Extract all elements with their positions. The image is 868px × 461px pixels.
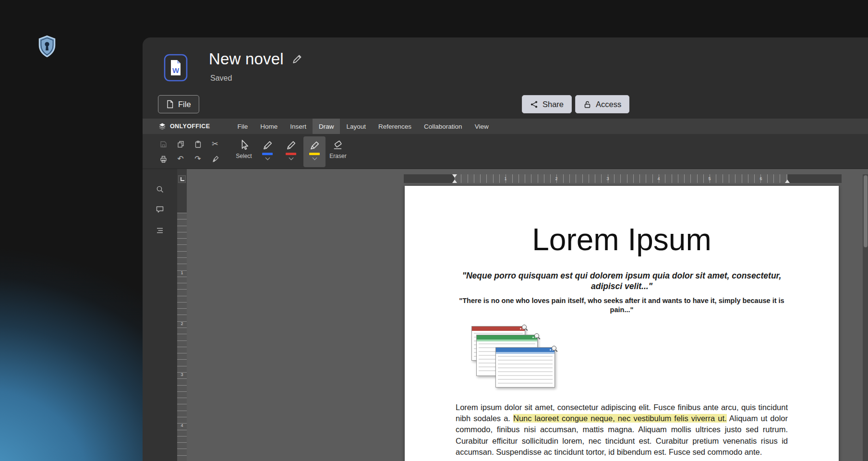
left-tab-glyph-icon: [181, 177, 184, 181]
left-indent-marker[interactable]: [452, 180, 457, 183]
first-line-indent-marker[interactable]: [452, 174, 457, 178]
vruler-number: 2: [177, 321, 187, 326]
paste-icon[interactable]: [190, 137, 206, 151]
pen-icon: [262, 139, 273, 151]
redo-icon[interactable]: ↷: [190, 152, 206, 166]
hruler-number: 1: [504, 176, 506, 181]
draw-tools-group: Select: [233, 136, 349, 167]
search-icon[interactable]: [153, 182, 167, 196]
save-status: Saved: [210, 74, 232, 83]
share-button[interactable]: Share: [522, 95, 572, 113]
scrollbar-thumb[interactable]: [864, 175, 868, 247]
tab-stop-selector[interactable]: [178, 175, 186, 183]
unlock-icon: [583, 100, 591, 109]
tab-home[interactable]: Home: [254, 119, 284, 134]
vruler-number: 4: [177, 423, 187, 428]
copy-icon[interactable]: [172, 137, 189, 151]
tab-layout[interactable]: Layout: [340, 119, 372, 134]
document-image[interactable]: [468, 326, 556, 388]
highlighted-text: Nunc laoreet congue neque, nec vestibulu…: [513, 414, 727, 423]
tab-insert[interactable]: Insert: [284, 119, 313, 134]
onlyoffice-brand: ONLYOFFICE: [158, 119, 210, 134]
desktop: W New novel Saved File: [0, 0, 868, 461]
horizontal-ruler: 1 2 3 4 5 6: [404, 174, 842, 183]
select-label: Select: [236, 153, 252, 159]
eraser-label: Eraser: [329, 153, 346, 159]
right-indent-marker[interactable]: [785, 180, 790, 183]
doc-heading: Lorem Ipsum: [456, 222, 788, 258]
brand-label: ONLYOFFICE: [170, 123, 210, 130]
ribbon-tabs: File Home Insert Draw Layout References …: [231, 119, 494, 134]
magnifier-icon: [552, 346, 556, 351]
select-tool[interactable]: Select: [233, 136, 255, 167]
hruler-number: 3: [606, 176, 609, 181]
mini-window-blue: [495, 347, 555, 388]
pen-icon: [285, 139, 297, 151]
editor-window: W New novel Saved File: [143, 37, 868, 461]
tab-file[interactable]: File: [231, 119, 254, 134]
doc-quote-italic: "Neque porro quisquam est qui dolorem ip…: [456, 270, 788, 291]
magnifier-icon: [534, 333, 539, 338]
access-button[interactable]: Access: [575, 95, 629, 113]
file-button[interactable]: File: [158, 95, 199, 113]
svg-text:W: W: [172, 66, 180, 74]
pen-blue-tool[interactable]: [256, 136, 278, 167]
cut-icon[interactable]: ✂: [207, 137, 223, 151]
highlighter-icon: [309, 139, 320, 151]
document-page[interactable]: Lorem Ipsum "Neque porro quisquam est qu…: [405, 186, 839, 461]
doc-quote-bold: "There is no one who loves pain itself, …: [456, 296, 788, 315]
comments-icon[interactable]: [153, 203, 167, 216]
rename-pencil-icon[interactable]: [291, 53, 303, 65]
onlyoffice-logo-icon: [158, 122, 166, 130]
navigation-headings-icon[interactable]: [153, 224, 167, 237]
vertical-ruler: 1 2 3 4: [177, 169, 187, 461]
access-button-label: Access: [596, 100, 621, 109]
tab-collaboration[interactable]: Collaboration: [418, 119, 469, 134]
hruler-number: 2: [555, 176, 557, 181]
clipboard-group: ✂ ↶ ↷: [155, 137, 223, 166]
pen-blue-dropdown-chevron-icon[interactable]: [265, 156, 270, 160]
vruler-number: 1: [177, 270, 187, 275]
file-button-label: File: [178, 100, 191, 109]
document-type-icon: W: [164, 54, 188, 82]
document-title: New novel: [209, 50, 284, 68]
editing-canvas: 1 2 3 4 5 6 Lorem Ipsum "Neque porro qui…: [187, 169, 868, 461]
left-panel-strip: [143, 169, 177, 461]
hruler-number: 4: [657, 176, 660, 181]
privacy-shield-icon[interactable]: [36, 35, 59, 60]
cursor-icon: [238, 139, 250, 151]
tab-references[interactable]: References: [372, 119, 418, 134]
draw-toolbar: ✂ ↶ ↷: [143, 134, 868, 169]
hruler-number: 6: [760, 176, 762, 181]
hruler-number: 5: [708, 176, 711, 181]
pen-red-dropdown-chevron-icon[interactable]: [289, 156, 293, 160]
magnifier-icon: [522, 325, 527, 329]
eraser-icon: [332, 139, 344, 151]
menu-bar: ONLYOFFICE File Home Insert Draw Layout …: [143, 119, 868, 134]
pen-red-tool[interactable]: [280, 136, 302, 167]
highlighter-tool[interactable]: [303, 136, 326, 167]
share-icon: [530, 100, 538, 109]
vertical-scrollbar[interactable]: [863, 174, 868, 461]
copy-style-icon[interactable]: [207, 152, 223, 166]
undo-icon[interactable]: ↶: [172, 152, 189, 166]
eraser-tool[interactable]: Eraser: [327, 136, 349, 167]
highlighter-dropdown-chevron-icon[interactable]: [312, 156, 317, 160]
doc-paragraph: Lorem ipsum dolor sit amet, consectetur …: [456, 402, 788, 458]
save-icon[interactable]: [155, 137, 171, 151]
tab-draw[interactable]: Draw: [313, 119, 340, 134]
file-page-icon: [166, 100, 174, 109]
vruler-number: 3: [177, 372, 187, 377]
tab-view[interactable]: View: [469, 119, 495, 134]
share-button-label: Share: [542, 100, 564, 109]
print-icon[interactable]: [155, 152, 171, 166]
